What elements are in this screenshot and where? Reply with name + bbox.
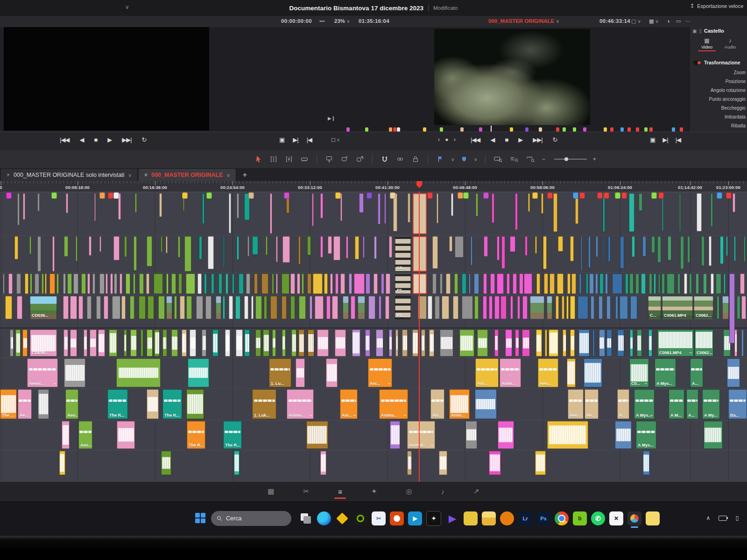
timeline-clip[interactable] [570,236,574,261]
play-button[interactable]: ▶ [107,136,112,143]
timeline-clip[interactable] [501,236,505,269]
timeline-clip[interactable] [680,236,684,269]
app-explorer[interactable] [482,511,496,525]
chevron-down-icon[interactable]: ∨ [474,157,477,162]
timeline-clip[interactable] [734,329,737,357]
timeline-clip[interactable] [171,329,178,357]
timeline-clip[interactable] [651,236,655,253]
page-fusion[interactable]: ✦ [371,487,377,496]
timeline-clip[interactable] [14,236,18,259]
timeline-clip[interactable] [184,236,191,272]
timeline-clip[interactable] [49,273,55,294]
timeline-clip[interactable] [679,193,681,231]
timeline-clip[interactable] [251,296,254,319]
timeline-clip[interactable] [216,296,221,319]
timeline-clip[interactable] [368,296,375,319]
timeline-clip[interactable] [595,273,598,294]
go-end-button[interactable]: ▶▶| [122,136,131,143]
timeline-clip[interactable] [513,273,517,294]
timeline-clip[interactable] [59,451,65,475]
play-reverse-button[interactable]: ◀ [79,136,84,143]
timeline-clip[interactable] [741,296,746,319]
timeline-clip[interactable] [355,236,359,259]
timeline-clip[interactable] [545,329,547,357]
timeline-clip[interactable]: Animal...~ [407,421,435,449]
timeline-marker[interactable] [597,192,603,199]
timeline-marker[interactable] [51,192,57,199]
app-taskview[interactable] [299,511,313,525]
timeline-clip[interactable] [121,296,126,319]
app-blender[interactable] [500,511,514,525]
timeline-clip[interactable] [78,296,83,319]
timeline-clip[interactable] [591,296,594,319]
replace-clip-button[interactable] [355,155,365,163]
prev-edit-button[interactable]: |◀ [676,136,681,143]
timeline-clip[interactable] [570,329,575,357]
timeline-clip[interactable] [697,193,702,231]
timeline-clip[interactable] [81,273,86,294]
timeline-clip[interactable] [315,296,324,319]
match-frame-button[interactable]: ▣ [650,136,655,143]
timeline-clip[interactable] [528,193,530,212]
timeline-clip[interactable]: Aeo... [78,421,92,449]
viewer-marker[interactable] [627,127,631,132]
timeline-clip[interactable] [276,236,278,262]
timeline-clip[interactable] [229,296,233,319]
timeline-clip[interactable] [178,273,182,294]
timeline-clip[interactable] [261,273,268,294]
transform-section-toggle[interactable]: Trasformazione [693,60,747,65]
timeline-clip[interactable] [282,273,289,294]
page-fairlight[interactable]: ♪ [441,488,445,496]
timeline-clip[interactable] [704,421,723,449]
timeline-clip[interactable] [320,451,326,475]
timeline-clip[interactable]: C0062... [695,329,713,357]
timeline-tab-1[interactable]: × 000_MASTER ORIGINALE solo intervistati… [1,169,138,181]
jog-control[interactable]: ‹ ● › [438,136,458,143]
timeline-clip[interactable] [66,193,68,213]
timeline-clip[interactable] [603,193,605,232]
timeline-clip[interactable] [687,236,690,263]
timeline-clip[interactable] [662,273,665,294]
more-options-icon[interactable]: ⋯ [685,18,691,24]
timeline-clip[interactable] [435,296,440,319]
timeline-clip[interactable] [244,329,250,357]
timeline-clip[interactable]: A Mys... [636,421,656,449]
timeline-clip[interactable] [549,329,558,357]
timeline-clip[interactable] [522,296,528,319]
app-notes[interactable] [646,511,660,525]
timeline-clip[interactable] [737,296,740,319]
timeline-marker[interactable] [6,192,12,199]
timeline-clip[interactable] [483,273,487,294]
timeline-clip[interactable] [726,236,728,256]
timeline-clip[interactable] [282,296,287,319]
timeline-clip[interactable] [23,193,25,220]
tray-chevron-icon[interactable]: ∧ [706,515,711,521]
page-edit[interactable]: ≡ [338,488,342,496]
timeline-clip[interactable] [324,273,328,294]
viewer-marker[interactable] [680,127,683,132]
timeline-marker[interactable] [427,192,433,199]
timeline-clip[interactable] [734,236,736,261]
timeline-clip[interactable] [237,193,239,218]
taskbar-search[interactable]: Cerca [211,511,291,526]
timeline-clip[interactable] [99,273,105,294]
timeline-clip[interactable] [474,273,479,294]
timeline-clip[interactable] [326,296,331,319]
viewer-marker[interactable] [573,127,576,132]
quick-export-button[interactable]: ↥ Esportazione veloce [690,3,745,9]
timeline-clip[interactable] [553,193,557,232]
timeline-clip[interactable] [42,273,44,294]
timeline-clip[interactable] [629,193,634,232]
timeline-clip[interactable] [620,296,628,319]
options-dots-icon[interactable]: ••• [319,18,325,24]
timeline-clip[interactable] [340,273,345,294]
timeline-clip[interactable] [440,329,453,357]
timeline-tab-2[interactable]: × 000_MASTER ORIGINALE ∨ [139,169,236,181]
timeline-clip[interactable] [379,296,381,319]
zoom-level-select[interactable]: 23% ∨ [334,18,350,24]
timeline-clip[interactable] [413,193,427,234]
timeline-clip[interactable] [489,296,493,319]
timeline-clip[interactable] [543,236,547,269]
zoom-full-extent-button[interactable] [493,155,503,163]
timeline-clip[interactable] [211,273,214,294]
